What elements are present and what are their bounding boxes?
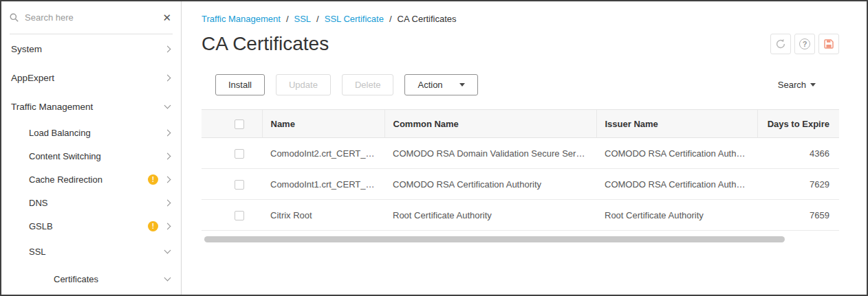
sidebar-item-traffic-management[interactable]: Traffic Management <box>1 92 181 121</box>
table-row: ComodoInt2.crt_CERT_KEYCOMODO RSA Domain… <box>202 138 839 169</box>
warning-icon: ! <box>148 174 158 185</box>
save-button[interactable] <box>818 34 839 54</box>
sidebar-item-label: Load Balancing <box>29 128 165 138</box>
sidebar-item-system[interactable]: System <box>1 34 181 63</box>
sidebar-item-label: System <box>11 44 165 54</box>
close-icon[interactable]: ✕ <box>161 12 173 24</box>
title-row: CA Certificates ? <box>202 33 839 55</box>
chevron-right-icon <box>164 199 171 206</box>
breadcrumb: Traffic Management/SSL/SSL Certificate/C… <box>202 14 839 24</box>
sidebar-item-label: GSLB <box>29 221 148 231</box>
cell-common-name: COMODO RSA Certification Authority <box>384 169 596 200</box>
sidebar-item-ssl[interactable]: SSL <box>1 238 181 265</box>
action-dropdown[interactable]: Action <box>404 74 477 95</box>
search-input[interactable] <box>25 12 155 23</box>
sidebar: ✕ SystemAppExpertTraffic ManagementLoad … <box>1 1 182 295</box>
page-action-icons: ? <box>770 34 839 54</box>
horizontal-scrollbar-thumb[interactable] <box>204 236 785 242</box>
cell-days-to-expire: 7659 <box>757 200 839 231</box>
sidebar-item-label: Content Switching <box>29 151 165 161</box>
breadcrumb-link-traffic-management[interactable]: Traffic Management <box>202 14 281 24</box>
column-header-issuer-name[interactable]: Issuer Name <box>596 110 757 138</box>
row-checkbox[interactable] <box>235 180 244 190</box>
sidebar-item-label: AppExpert <box>11 73 165 83</box>
breadcrumb-separator: / <box>389 14 392 24</box>
chevron-right-icon <box>164 223 171 229</box>
chevron-right-icon <box>164 152 171 159</box>
column-header-common-name[interactable]: Common Name <box>384 110 596 138</box>
breadcrumb-separator: / <box>316 14 319 24</box>
sidebar-search: ✕ <box>10 1 173 34</box>
save-icon <box>823 38 834 49</box>
breadcrumb-link-ssl-certificate[interactable]: SSL Certificate <box>325 14 384 24</box>
delete-button[interactable]: Delete <box>342 74 394 95</box>
chevron-right-icon <box>164 45 171 52</box>
breadcrumb-separator: / <box>286 14 289 24</box>
chevron-right-icon <box>164 129 171 136</box>
caret-down-icon <box>810 83 816 87</box>
sidebar-item-load-balancing[interactable]: Load Balancing <box>1 121 181 144</box>
select-all-checkbox[interactable] <box>235 119 244 129</box>
install-button[interactable]: Install <box>215 74 265 95</box>
chevron-down-icon <box>164 247 171 254</box>
cell-issuer-name: COMODO RSA Certification Authority <box>596 138 757 169</box>
table-body: ComodoInt2.crt_CERT_KEYCOMODO RSA Domain… <box>202 138 839 231</box>
action-dropdown-label: Action <box>417 80 442 90</box>
sidebar-item-appexpert[interactable]: AppExpert <box>1 63 181 92</box>
main-content: Traffic Management/SSL/SSL Certificate/C… <box>182 1 867 295</box>
help-icon: ? <box>799 38 810 49</box>
sidebar-item-label: Certificates <box>54 274 165 284</box>
column-header-days-to-expire[interactable]: Days to Expire <box>757 110 839 138</box>
chevron-down-icon <box>164 102 171 109</box>
breadcrumb-current: CA Certificates <box>398 14 457 24</box>
sidebar-menu: SystemAppExpertTraffic ManagementLoad Ba… <box>1 34 181 293</box>
sidebar-item-dns[interactable]: DNS <box>1 191 181 214</box>
cell-issuer-name: Root Certificate Authority <box>596 200 757 231</box>
toolbar: Install Update Delete Action Search <box>202 74 839 95</box>
row-checkbox[interactable] <box>235 211 244 220</box>
ca-certificates-table: NameCommon NameIssuer NameDays to Expire… <box>202 109 839 231</box>
column-header-name[interactable]: Name <box>262 110 384 138</box>
sidebar-item-label: Traffic Management <box>11 102 165 112</box>
sidebar-item-label: DNS <box>29 198 165 208</box>
cell-name: Citrix Root <box>262 200 384 231</box>
cell-common-name: COMODO RSA Domain Validation Secure Serv… <box>384 138 596 169</box>
row-checkbox[interactable] <box>235 149 244 159</box>
refresh-button[interactable] <box>770 34 791 54</box>
caret-down-icon <box>459 83 465 87</box>
chevron-down-icon <box>164 275 171 282</box>
table-row: ComodoInt1.crt_CERT_KEYCOMODO RSA Certif… <box>202 169 839 200</box>
sidebar-item-content-switching[interactable]: Content Switching <box>1 144 181 168</box>
cell-name: ComodoInt1.crt_CERT_KEY <box>262 169 384 200</box>
sidebar-item-gslb[interactable]: GSLB! <box>1 214 181 238</box>
chevron-right-icon <box>164 176 171 183</box>
cell-name: ComodoInt2.crt_CERT_KEY <box>262 138 384 169</box>
cell-issuer-name: COMODO RSA Certification Authority <box>596 169 757 200</box>
update-button[interactable]: Update <box>276 74 331 95</box>
search-icon <box>10 13 19 22</box>
sidebar-item-cache-redirection[interactable]: Cache Redirection! <box>1 168 181 191</box>
cell-days-to-expire: 4366 <box>757 138 839 169</box>
table-search-label: Search <box>778 80 806 90</box>
sidebar-item-label: Cache Redirection <box>29 174 148 185</box>
cell-days-to-expire: 7629 <box>757 169 839 200</box>
refresh-icon <box>775 38 786 49</box>
sidebar-item-label: SSL <box>29 247 165 257</box>
warning-icon: ! <box>148 221 158 231</box>
cell-common-name: Root Certificate Authority <box>384 200 596 231</box>
horizontal-scrollbar <box>202 236 839 242</box>
table-search-toggle[interactable]: Search <box>778 80 816 90</box>
chevron-right-icon <box>164 74 171 81</box>
help-button[interactable]: ? <box>794 34 815 54</box>
table-row: Citrix RootRoot Certificate AuthorityRoo… <box>202 200 839 231</box>
sidebar-item-certificates[interactable]: Certificates <box>1 265 181 293</box>
app-window: ✕ SystemAppExpertTraffic ManagementLoad … <box>0 0 868 296</box>
page-title: CA Certificates <box>202 33 329 55</box>
table-header-row: NameCommon NameIssuer NameDays to Expire <box>202 110 839 138</box>
breadcrumb-link-ssl[interactable]: SSL <box>294 14 312 24</box>
